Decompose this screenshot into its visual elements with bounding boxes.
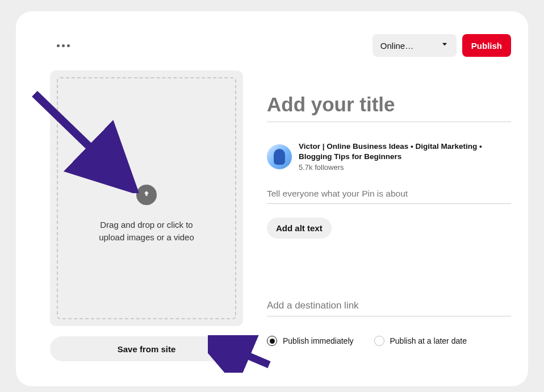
upload-icon bbox=[136, 185, 157, 205]
upload-instructions: Drag and drop or click to upload images … bbox=[87, 219, 206, 244]
title-input[interactable] bbox=[267, 91, 511, 122]
radio-checked-icon bbox=[267, 336, 277, 346]
pin-builder-card: Online… Publish Drag and drop or click t… bbox=[16, 11, 528, 386]
description-input[interactable] bbox=[267, 184, 511, 204]
more-options-button[interactable] bbox=[55, 40, 72, 52]
board-select[interactable]: Online… bbox=[373, 34, 457, 57]
author-name: Victor | Online Business Ideas • Digital… bbox=[299, 141, 511, 162]
dot-icon bbox=[57, 44, 60, 47]
radio-publish-immediately[interactable]: Publish immediately bbox=[267, 336, 354, 346]
radio-unchecked-icon bbox=[374, 336, 384, 346]
board-select-label: Online… bbox=[380, 41, 413, 51]
author-row: Victor | Online Business Ideas • Digital… bbox=[267, 141, 511, 172]
content-row: Drag and drop or click to upload images … bbox=[50, 70, 511, 361]
save-from-site-button[interactable]: Save from site bbox=[50, 336, 243, 361]
right-column: Victor | Online Business Ideas • Digital… bbox=[267, 70, 511, 346]
dot-icon bbox=[62, 44, 65, 47]
left-column: Drag and drop or click to upload images … bbox=[50, 70, 243, 361]
publish-button[interactable]: Publish bbox=[462, 34, 511, 57]
author-followers: 5.7k followers bbox=[299, 163, 511, 172]
upload-dropzone[interactable]: Drag and drop or click to upload images … bbox=[57, 77, 236, 319]
topbar: Online… Publish bbox=[50, 34, 511, 57]
dot-icon bbox=[67, 44, 70, 47]
avatar bbox=[267, 144, 292, 169]
radio-label: Publish at a later date bbox=[390, 336, 467, 345]
publish-schedule-group: Publish immediately Publish at a later d… bbox=[267, 336, 511, 346]
topbar-right: Online… Publish bbox=[373, 34, 511, 57]
radio-label: Publish immediately bbox=[283, 336, 354, 345]
destination-link-input[interactable] bbox=[267, 295, 511, 316]
upload-dropzone-outer: Drag and drop or click to upload images … bbox=[50, 70, 243, 326]
arrow-up-icon bbox=[143, 189, 150, 201]
add-alt-text-button[interactable]: Add alt text bbox=[267, 218, 332, 239]
chevron-down-icon bbox=[441, 40, 449, 51]
author-meta: Victor | Online Business Ideas • Digital… bbox=[299, 141, 511, 172]
radio-publish-later[interactable]: Publish at a later date bbox=[374, 336, 467, 346]
